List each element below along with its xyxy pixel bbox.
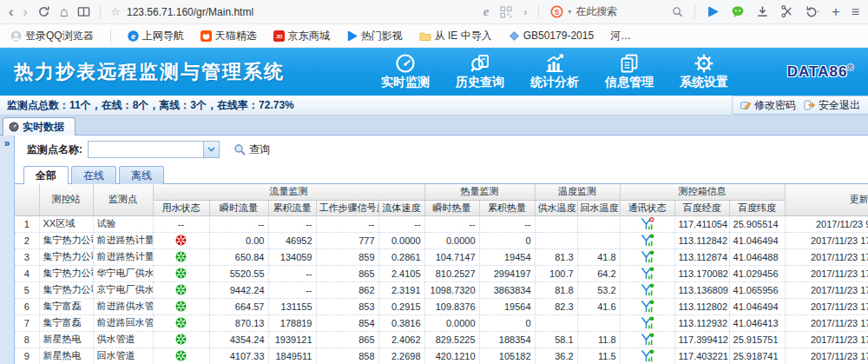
download-icon[interactable] — [756, 5, 769, 18]
header-inst-flow[interactable]: 瞬时流量 — [209, 200, 268, 215]
undo-icon[interactable] — [805, 5, 820, 18]
cell-longitude: 113.112874 — [674, 248, 729, 265]
logout-button[interactable]: 安全退出 — [804, 98, 860, 113]
url-text[interactable]: 123.56.71.160/gr/Main.html — [127, 6, 253, 18]
nav-realtime-monitor[interactable]: 实时监测 — [378, 53, 432, 90]
cell-supply-temp: 81.8 — [535, 281, 577, 298]
cell-comm-status — [620, 232, 674, 248]
cell-row-number: 6 — [15, 298, 39, 314]
expand-arrow-icon[interactable]: › — [523, 6, 527, 18]
table-row[interactable]: 6集宁富磊前进路供水管道664.571311558530.2915109.837… — [15, 298, 868, 314]
sidebar-collapsed-strip[interactable]: » — [0, 136, 15, 364]
cell-signal: -- — [316, 215, 378, 232]
scissors-icon[interactable] — [780, 5, 793, 18]
cell-row-number: 8 — [15, 331, 39, 347]
qr-code-icon[interactable] — [500, 6, 512, 18]
combo-dropdown-button[interactable] — [203, 142, 219, 157]
query-button[interactable]: 查询 — [233, 142, 270, 157]
header-point[interactable]: 监测点 — [93, 184, 153, 215]
cell-velocity: 0.0000 — [378, 232, 424, 248]
bookmark-video[interactable]: 热门影视 — [346, 29, 403, 43]
bookmark-import-ie[interactable]: 从 IE 中导入 — [419, 29, 492, 43]
cell-station: 集宁热力公司 — [39, 248, 93, 265]
tab-all[interactable]: 全部 — [23, 166, 69, 184]
header-return-temp[interactable]: 回水温度 — [577, 200, 620, 215]
nav-system-settings[interactable]: 系统设置 — [677, 53, 731, 90]
tab-offline[interactable]: 离线 — [119, 166, 164, 184]
cell-station: 集宁富磊 — [39, 314, 93, 331]
tab-realtime-data[interactable]: 实时数据 — [3, 117, 76, 136]
table-row[interactable]: 3集宁热力公司前进路热计量供650.841340598590.2861104.7… — [15, 248, 868, 265]
comm-status-icon — [641, 316, 654, 329]
header-signal[interactable]: 工作步骤信号质 — [316, 200, 378, 215]
nav-statistics[interactable]: 统计分析 — [528, 53, 582, 90]
bookmark-qq-login[interactable]: 登录QQ浏览器 — [10, 29, 94, 43]
browser-search-box[interactable]: S ▾ 在此搜索 — [550, 4, 683, 19]
bookmark-tmall[interactable]: 天猫精选 — [201, 29, 257, 43]
cell-inst-flow: 4107.33 — [209, 347, 268, 364]
header-comm-status[interactable]: 通讯状态 — [620, 200, 674, 215]
video-play-icon[interactable] — [707, 5, 720, 18]
cell-acc-heat: 19564 — [479, 298, 535, 314]
header-update-time[interactable]: 更新时间 — [785, 184, 868, 215]
table-row[interactable]: 4集宁热力公司华宁电厂供水主5520.55--8652.4105810.2527… — [15, 265, 868, 281]
forward-button[interactable]: › — [23, 5, 27, 19]
svg-text:JD: JD — [275, 34, 282, 39]
bookmark-truncated[interactable]: 河… — [610, 29, 631, 43]
refresh-icon[interactable] — [37, 5, 50, 18]
table-row[interactable]: 8新星热电供水管道4354.2419391218652.4062829.5225… — [15, 331, 868, 347]
header-latitude[interactable]: 百度纬度 — [729, 200, 785, 215]
cell-latitude: 41.046488 — [729, 248, 785, 265]
address-bar[interactable]: ☆ 123.56.71.160/gr/Main.html — [110, 5, 253, 18]
new-tab-icon[interactable]: + — [832, 5, 839, 19]
tab-strip: 实时数据 — [0, 116, 868, 136]
monitor-point-combobox[interactable] — [88, 141, 220, 158]
water-status-icon — [175, 301, 187, 312]
cell-velocity: 2.2698 — [378, 347, 424, 364]
cell-signal: 853 — [316, 298, 378, 314]
bookmark-gb50179[interactable]: GB50179-2015 — [509, 30, 594, 42]
header-water-status[interactable]: 用水状态 — [153, 200, 209, 215]
header-acc-heat[interactable]: 累积热量 — [479, 200, 535, 215]
header-station[interactable]: 测控站 — [39, 184, 93, 215]
table-row[interactable]: 2集宁热力公司前进路热计量回0.00469527770.00000.000001… — [15, 232, 868, 248]
water-status-icon — [175, 268, 187, 279]
monitor-point-input[interactable] — [89, 142, 203, 157]
cell-supply-temp: 100.7 — [535, 265, 577, 281]
header-inst-heat[interactable]: 瞬时热量 — [424, 200, 479, 215]
expand-sidebar-icon[interactable]: » — [4, 137, 10, 149]
cell-acc-heat: 3863834 — [479, 281, 535, 298]
nav-info-management[interactable]: 信息管理 — [602, 53, 656, 90]
back-button[interactable]: ‹ — [9, 5, 13, 19]
home-icon[interactable]: ⌂ — [60, 5, 69, 19]
search-magnifier-icon[interactable] — [672, 6, 683, 17]
divider — [538, 5, 539, 18]
comm-status-icon — [641, 217, 654, 230]
sogou-icon[interactable]: S — [550, 5, 563, 18]
header-supply-temp[interactable]: 供水温度 — [535, 200, 577, 215]
header-longitude[interactable]: 百度经度 — [674, 200, 729, 215]
cell-acc-flow: 1849511 — [268, 347, 316, 364]
header-velocity[interactable]: 流体速度 — [378, 200, 424, 215]
tab-online[interactable]: 在线 — [71, 166, 116, 184]
toolbar-right: e › S ▾ 在此搜索 + ≡ — [483, 4, 859, 19]
table-row[interactable]: 1XX区域试验--------------117.41105425.905514… — [15, 215, 868, 232]
wechat-icon[interactable] — [731, 5, 745, 18]
table-row[interactable]: 9新星热电回水管道4107.3318495118582.2698420.1210… — [15, 347, 868, 364]
search-engine-dropdown[interactable]: ▾ — [568, 8, 571, 16]
nav-history-query[interactable]: 历史查询 — [453, 53, 507, 90]
header-group-temp: 温度监测 — [535, 184, 620, 200]
cell-inst-flow: 0.00 — [209, 232, 268, 248]
table-row[interactable]: 5集宁热力公司京宁电厂供水主9442.24--8622.31911098.732… — [15, 281, 868, 298]
change-password-button[interactable]: 修改密码 — [740, 98, 796, 113]
menu-icon[interactable]: ≡ — [852, 5, 859, 19]
bookmark-jd[interactable]: JD 京东商城 — [273, 29, 330, 43]
reading-mode-icon[interactable] — [77, 5, 90, 18]
main-panel: 监测点名称: 查询 全部 在线 离线 — [15, 136, 868, 364]
header-acc-flow[interactable]: 累积流量 — [268, 200, 316, 215]
table-row[interactable]: 7集宁富磊前进路回水管道870.131788198540.38160.00000… — [15, 314, 868, 331]
ie-compat-icon[interactable]: e — [483, 4, 490, 19]
search-placeholder[interactable]: 在此搜索 — [575, 4, 617, 19]
bookmark-star-icon[interactable]: ☆ — [110, 5, 121, 18]
bookmark-nav[interactable]: e 上网导航 — [128, 29, 184, 43]
